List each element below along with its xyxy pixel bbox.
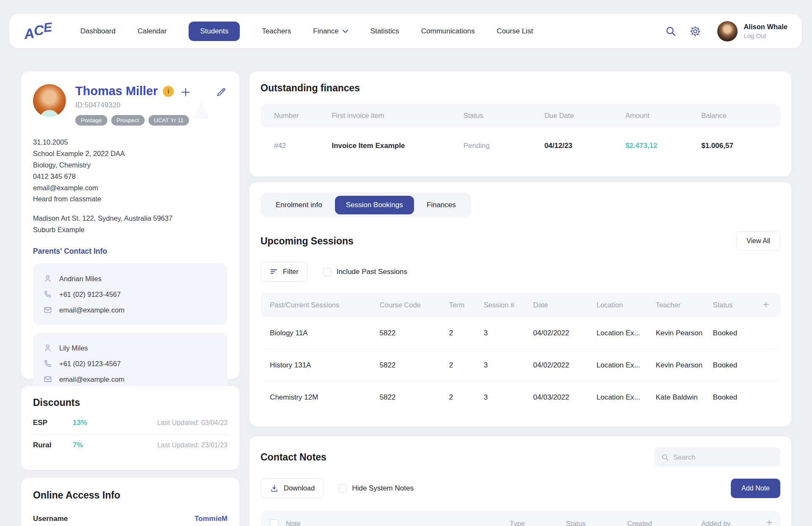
session-bookings-card: Enrolment info Session Bookings Finances… [249, 182, 792, 427]
notes-search-box[interactable] [654, 447, 780, 467]
contact-notes-card: Contact Notes Download Hide System Notes… [249, 436, 792, 526]
include-past-sessions-label: Include Past Sessions [337, 268, 407, 276]
invoice-item: Invoice Item Example [332, 142, 463, 150]
tab-session-bookings[interactable]: Session Bookings [335, 196, 414, 214]
nav-item-calendar[interactable]: Calendar [137, 27, 167, 36]
hide-system-notes-label: Hide System Notes [352, 484, 414, 493]
parent-name-row: Andrian Miles [43, 274, 217, 283]
session-name: History 131A [270, 361, 379, 370]
download-label: Download [284, 484, 315, 492]
add-column-icon[interactable] [765, 518, 784, 526]
parents-contact-heading[interactable]: Parents' Contact Info [33, 247, 228, 256]
discount-row: ESP 13% Last Updated: 03/04/23 [33, 412, 228, 434]
parent-email: email@example.com [59, 306, 124, 314]
col-type: Type [510, 520, 566, 526]
session-number: 3 [484, 393, 533, 402]
invoice-balance: $1.006,57 [701, 142, 780, 150]
edit-pencil-icon[interactable] [216, 87, 227, 98]
add-note-button[interactable]: Add Note [731, 479, 780, 498]
discounts-card: Discounts ESP 13% Last Updated: 03/04/23… [21, 386, 240, 470]
tab-finances[interactable]: Finances [416, 196, 467, 214]
student-details: 31.10.2005 School Example 2, 2022 DAA Bi… [33, 137, 228, 205]
include-past-sessions-checkbox[interactable] [323, 268, 332, 276]
parent-name: Lily Miles [59, 344, 88, 352]
tooltip-arrow [193, 101, 210, 119]
tag-ucat: UCAT Yr 11 [148, 115, 189, 126]
col-course-code: Course Code [380, 301, 449, 309]
parent-contact-card: Andrian Miles +61 (02) 9123-4567 email@e… [33, 263, 228, 325]
user-avatar[interactable] [717, 21, 738, 41]
envelope-icon [43, 305, 52, 315]
nav-item-course-list[interactable]: Course List [497, 27, 533, 36]
session-row[interactable]: Biology 11A 5822 2 3 04/02/2022 Location… [261, 317, 780, 349]
nav-item-communications[interactable]: Communications [421, 27, 475, 36]
session-date: 04/03/2022 [533, 393, 597, 402]
hide-system-notes-toggle[interactable]: Hide System Notes [338, 484, 414, 493]
notes-search-input[interactable] [673, 453, 774, 461]
search-icon [661, 453, 669, 461]
online-access-title: Online Access Info [33, 490, 228, 501]
discount-updated: Last Updated: 03/04/23 [157, 419, 228, 427]
info-badge-icon[interactable]: i [163, 86, 174, 97]
col-status: Status [713, 301, 757, 309]
topbar-right-cluster: Alison Whale Log Out [665, 21, 787, 41]
col-amount: Amount [625, 112, 702, 120]
add-column-icon[interactable] [762, 300, 780, 310]
session-term: 2 [449, 329, 484, 337]
parent-name-row: Lily Miles [43, 343, 217, 353]
session-term: 2 [449, 393, 484, 402]
col-number: Number [274, 112, 332, 120]
student-address: Madison Art St. 122, Sydney, Australia 5… [33, 213, 228, 236]
col-status: Status [566, 520, 627, 526]
nav-item-dashboard[interactable]: Dashboard [80, 27, 115, 36]
view-all-button[interactable]: View All [736, 231, 780, 251]
include-past-sessions-toggle[interactable]: Include Past Sessions [323, 268, 407, 276]
ace-logo[interactable]: A C E [24, 24, 56, 38]
search-icon[interactable] [665, 25, 677, 37]
gear-icon[interactable] [689, 25, 701, 37]
session-status: Booked [713, 361, 757, 370]
student-name: Thomas Miller [75, 84, 158, 98]
session-row[interactable]: History 131A 5822 2 3 04/02/2022 Locatio… [261, 349, 780, 381]
col-term: Term [449, 301, 484, 309]
sessions-table-header: Past/Current Sessions Course Code Term S… [261, 293, 780, 317]
col-location: Location [596, 301, 656, 309]
discount-code: Rural [33, 441, 73, 449]
tab-enrolment-info[interactable]: Enrolment info [265, 196, 333, 214]
outstanding-finances-card: Outstanding finances Number First invoic… [249, 71, 792, 177]
session-location: Location Ex... [596, 393, 653, 402]
logo-letter: E [43, 21, 52, 34]
parent-phone-row: +61 (02) 9123-4567 [43, 359, 217, 368]
col-session-number: Session # [484, 301, 533, 309]
student-detail-tabs: Enrolment info Session Bookings Finances [261, 192, 471, 218]
nav-item-finance[interactable]: Finance [313, 27, 348, 36]
tag-postage: Postage [75, 115, 107, 126]
discount-percent: 13% [73, 419, 87, 427]
download-button[interactable]: Download [261, 478, 324, 498]
username-value: TommieM [195, 515, 228, 523]
nav-item-students[interactable]: Students [189, 22, 240, 41]
invoice-row[interactable]: #42 Invoice Item Example Pending 04/12/2… [261, 128, 780, 164]
parent-phone: +61 (02) 9123-4567 [59, 360, 121, 368]
parent-phone: +61 (02) 9123-4567 [59, 290, 121, 299]
session-date: 04/02/2022 [533, 329, 597, 337]
hide-system-notes-checkbox[interactable] [338, 484, 347, 493]
session-row[interactable]: Chemistry 12M 5822 2 3 04/03/2022 Locati… [261, 381, 780, 414]
parent-name: Andrian Miles [59, 275, 102, 283]
person-icon [43, 274, 52, 283]
nav-item-statistics[interactable]: Statistics [370, 27, 399, 36]
nav-item-teachers[interactable]: Teachers [262, 27, 291, 36]
filter-button[interactable]: Filter [261, 262, 308, 282]
select-all-notes-checkbox[interactable] [270, 519, 278, 526]
session-location: Location Ex... [596, 361, 653, 370]
col-balance: Balance [701, 112, 780, 120]
log-out-link[interactable]: Log Out [743, 32, 787, 39]
logo-letter: C [33, 23, 44, 38]
student-profile-card: Thomas Miller i ID:504749320 Postage Pro… [21, 71, 240, 379]
notes-table-header: Note Type Status Created Added by [261, 510, 780, 526]
student-avatar [33, 84, 66, 117]
outstanding-finances-title: Outstanding finances [261, 82, 780, 94]
session-teacher: Kevin Pearson [656, 361, 710, 370]
session-status: Booked [713, 393, 757, 402]
person-icon [43, 343, 52, 353]
